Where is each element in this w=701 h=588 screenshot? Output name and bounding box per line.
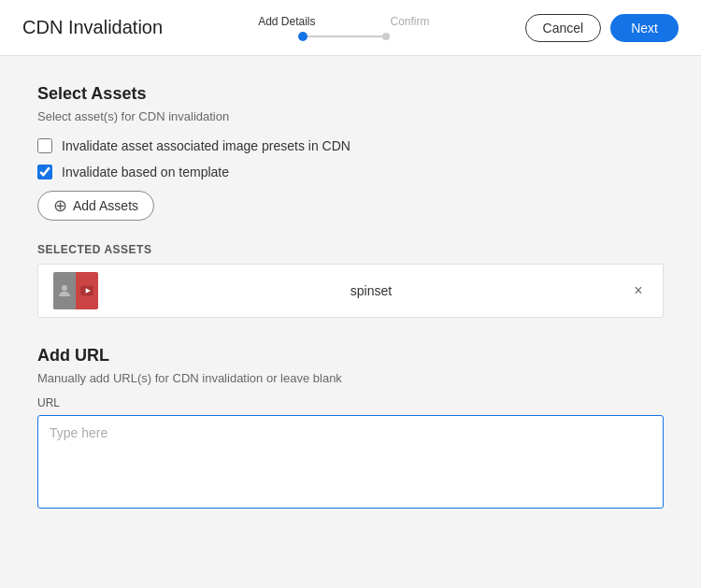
next-button[interactable]: Next [610, 14, 679, 42]
add-url-title: Add URL [37, 346, 664, 366]
cancel-button[interactable]: Cancel [525, 14, 602, 42]
thumb-right [76, 272, 98, 309]
select-assets-section: Select Assets Select asset(s) for CDN in… [37, 84, 664, 318]
selected-assets-heading: SELECTED ASSETS [37, 243, 664, 256]
header-actions: Cancel Next [525, 14, 679, 42]
add-assets-label: Add Assets [73, 198, 138, 213]
select-assets-subtitle: Select asset(s) for CDN invalidation [37, 109, 664, 123]
thumb-icon-right [79, 283, 94, 298]
asset-name: spinset [113, 283, 629, 298]
page-title: CDN Invalidation [22, 17, 163, 38]
checkbox-template[interactable] [37, 165, 52, 179]
select-assets-title: Select Assets [37, 84, 664, 104]
plus-icon: ⊕ [53, 197, 67, 214]
asset-thumbnail [53, 272, 98, 309]
step-label-add-details: Add Details [258, 15, 315, 28]
svg-point-0 [62, 285, 67, 291]
stepper-indicators [298, 32, 390, 41]
add-url-section: Add URL Manually add URL(s) for CDN inva… [37, 346, 664, 511]
asset-remove-button[interactable]: × [629, 281, 648, 300]
main-content: Select Assets Select asset(s) for CDN in… [0, 56, 701, 539]
assets-table: spinset × [37, 264, 664, 318]
step-label-confirm: Confirm [391, 15, 430, 28]
checkbox-image-presets[interactable] [37, 138, 52, 153]
url-textarea[interactable] [37, 415, 664, 509]
thumb-icon-left [56, 282, 73, 299]
thumb-left [53, 272, 76, 309]
table-row: spinset × [38, 265, 663, 317]
checkbox-row-1: Invalidate asset associated image preset… [37, 138, 664, 153]
thumb-inner [53, 272, 98, 309]
step-connector [308, 36, 382, 37]
step-dot-inactive [382, 33, 390, 40]
header: CDN Invalidation Add Details Confirm Can… [0, 0, 701, 56]
add-url-subtitle: Manually add URL(s) for CDN invalidation… [37, 371, 664, 385]
checkbox-template-label[interactable]: Invalidate based on template [62, 165, 229, 179]
step-dot-active [298, 32, 308, 41]
url-label: URL [37, 396, 664, 409]
checkbox-image-presets-label[interactable]: Invalidate asset associated image preset… [62, 138, 350, 153]
stepper: Add Details Confirm [163, 15, 525, 41]
stepper-labels: Add Details Confirm [258, 15, 429, 28]
checkbox-row-2: Invalidate based on template [37, 165, 664, 179]
add-assets-button[interactable]: ⊕ Add Assets [37, 191, 154, 221]
